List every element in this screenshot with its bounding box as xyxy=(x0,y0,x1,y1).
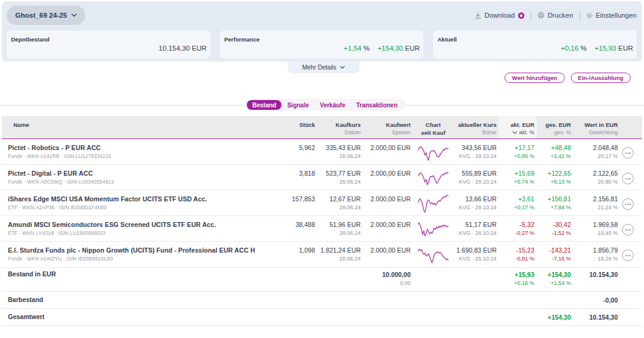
footer-ges-cell xyxy=(537,292,573,308)
gear-icon xyxy=(586,12,593,19)
row-menu-button[interactable] xyxy=(622,224,634,236)
row-menu-button[interactable] xyxy=(622,147,634,159)
sparkline-chart xyxy=(418,142,448,162)
column-header-kaufkurs[interactable]: KaufkursDatum xyxy=(317,116,363,138)
stueck-value: 38,488 xyxy=(268,220,315,229)
column-header-wert-in-eur[interactable]: Wert in EURGewichtung xyxy=(573,116,620,138)
asset-name: Pictet - Robotics - P EUR ACC xyxy=(8,143,268,152)
column-header-line2-text: seit Kauf xyxy=(421,129,445,137)
portfolio-selector-label: Ghost_69 24-25 xyxy=(15,12,67,19)
gewichtung-value: 21,24 % xyxy=(573,203,618,212)
asset-info: Fonds · WKN A1WZYU · ISIN IE00B991XL80 xyxy=(8,254,268,263)
download-icon xyxy=(475,12,481,19)
card-value-part: +15,93 EUR xyxy=(595,45,633,52)
tab-verkäufe[interactable]: Verkäufe xyxy=(314,102,351,109)
action-download[interactable]: Download xyxy=(475,12,525,19)
footer-label-cell: Barbestand xyxy=(2,292,268,308)
column-header-st-ck[interactable]: Stück xyxy=(268,116,317,138)
kurs-boerse: KVG · 28.10.24 xyxy=(454,229,497,237)
cell-aktueller-kurs: 343,56 EURKVG · 29.10.24 xyxy=(454,139,499,164)
kaufwert-value: 2.000,00 EUR xyxy=(363,195,411,203)
footer-akt-cell: +15,93+0,16 % xyxy=(499,268,537,291)
footer-label: Barbestand xyxy=(2,296,268,303)
kurs-boerse: KVG · 29.10.24 xyxy=(454,178,497,186)
table-footer-row: Gesamtwert+154,3010.154,30 xyxy=(2,309,642,326)
stueck-value: 1,098 xyxy=(268,246,315,254)
cell-kaufwert: 2.000,00 EUR xyxy=(363,216,412,241)
footer-akt-cell xyxy=(499,292,537,308)
card-value-part: +1,54 % xyxy=(344,45,370,52)
holdings-table: NameStückKaufkursDatumKaufwertSpesenChar… xyxy=(2,116,642,326)
column-header-line1: Kaufkurs xyxy=(317,121,361,129)
footer-kaufwert-cell xyxy=(363,309,412,325)
cell-kaufkurs: 51,96 EUR28.06.24 xyxy=(317,216,363,241)
cell-akt-eur: -5,32-0,27 % xyxy=(499,216,537,241)
akt-eur-value: +17,17 xyxy=(499,143,534,152)
cell-akt-eur: +17,17+0,85 % xyxy=(499,139,537,164)
tab-transaktionen[interactable]: Transaktionen xyxy=(351,102,403,109)
akt-eur-value: -15,23 xyxy=(499,246,534,254)
akt-pct-value: -0,81 % xyxy=(499,254,534,263)
summary-card-aktuell: Aktuell+0,16 %+15,93 EUR xyxy=(433,31,637,59)
column-header-line1: Kaufwert xyxy=(363,121,411,129)
row-menu-button[interactable] xyxy=(622,198,634,210)
column-header-line2: seit Kauf xyxy=(412,129,454,137)
cell-aktueller-kurs: 13,66 EURKVG · 29.10.24 xyxy=(454,190,499,215)
cell-stueck: 38,488 xyxy=(268,216,317,241)
cell-name: iShares Edge MSCI USA Momentum Factor UC… xyxy=(2,190,268,215)
kaufwert-value: 2.000,00 EUR xyxy=(363,143,411,152)
cell-ges-eur: +122,65+6,13 % xyxy=(537,165,573,190)
wert-value: 1.856,79 xyxy=(573,246,618,254)
column-header-line1: akt. EUR xyxy=(499,121,534,129)
cell-stueck: 157,853 xyxy=(268,190,317,215)
column-header-aktueller-kurs[interactable]: aktueller KursBörse xyxy=(454,116,499,138)
add-asset-button[interactable]: Wert hinzufügen xyxy=(504,73,564,83)
portfolio-selector[interactable]: Ghost_69 24-25 xyxy=(7,5,85,25)
cell-menu xyxy=(620,216,642,241)
kaufwert-value: 2.000,00 EUR xyxy=(363,169,411,178)
column-header-chart[interactable]: Chartseit Kauf xyxy=(412,116,454,138)
card-label: Aktuell xyxy=(437,36,457,43)
action-label: Drucken xyxy=(548,12,573,19)
footer-label-cell: Gesamtwert xyxy=(2,309,268,325)
printer-icon xyxy=(537,12,545,19)
cell-akt-eur: +3,61+0,17 % xyxy=(499,190,537,215)
cell-ges-eur: +156,81+7,84 % xyxy=(537,190,573,215)
column-header-line2: Gewichtung xyxy=(573,129,618,137)
card-value-unit: EUR xyxy=(403,45,420,52)
column-header-akt-eur[interactable]: akt. EURakt. % xyxy=(499,116,537,138)
tab-signale[interactable]: Signale xyxy=(281,102,314,109)
kaufkurs-value: 12,67 EUR xyxy=(317,195,361,203)
summary-cards: Depotbestand10.154,30 EURPerformance+1,5… xyxy=(7,31,637,59)
kurs-value: 51,17 EUR xyxy=(454,220,497,229)
asset-name: Pictet - Digital - P EUR ACC xyxy=(8,169,268,178)
more-details-button[interactable]: Mehr Details xyxy=(288,62,359,73)
action-einstellungen[interactable]: Einstellungen xyxy=(586,12,637,19)
cell-aktueller-kurs: 1.690,83 EURKVG · 25.10.24 xyxy=(454,242,499,267)
cell-akt-eur: -15,23-0,81 % xyxy=(499,242,537,267)
footer-kaufwert-cell xyxy=(363,292,412,308)
footer-akt-eur: +15,93 xyxy=(499,270,534,279)
column-header-line2: Börse xyxy=(454,129,497,137)
action-label: Download xyxy=(484,12,515,19)
column-header-name[interactable]: Name xyxy=(2,116,268,138)
cell-ges-eur: +48,48+2,42 % xyxy=(537,139,573,164)
tab-bestand[interactable]: Bestand xyxy=(247,100,281,110)
footer-ges-eur: +154,30 xyxy=(537,270,571,279)
column-header-kaufwert[interactable]: KaufwertSpesen xyxy=(363,116,412,138)
action-drucken[interactable]: Drucken xyxy=(537,12,573,19)
deposit-withdraw-button[interactable]: Ein-/Auszahlung xyxy=(571,73,631,83)
summary-card-depotbestand: Depotbestand10.154,30 EUR xyxy=(7,31,210,59)
sparkline-chart xyxy=(418,168,448,187)
cell-kaufwert: 2.000,00 EUR xyxy=(363,139,412,164)
column-header-line1: ges. EUR xyxy=(537,121,571,129)
table-body: Pictet - Robotics - P EUR ACCFonds · WKN… xyxy=(2,139,642,268)
column-header-line2-text: Datum xyxy=(344,129,361,137)
header-actions: DownloadDruckenEinstellungen xyxy=(475,9,637,22)
cell-stueck: 1,098 xyxy=(268,242,317,267)
column-header-ges-eur[interactable]: ges. EURges. % xyxy=(537,116,573,138)
row-menu-button[interactable] xyxy=(622,250,634,261)
row-menu-button[interactable] xyxy=(622,173,634,184)
kurs-boerse: KVG · 29.10.24 xyxy=(454,203,497,212)
column-header-menu xyxy=(620,116,642,138)
